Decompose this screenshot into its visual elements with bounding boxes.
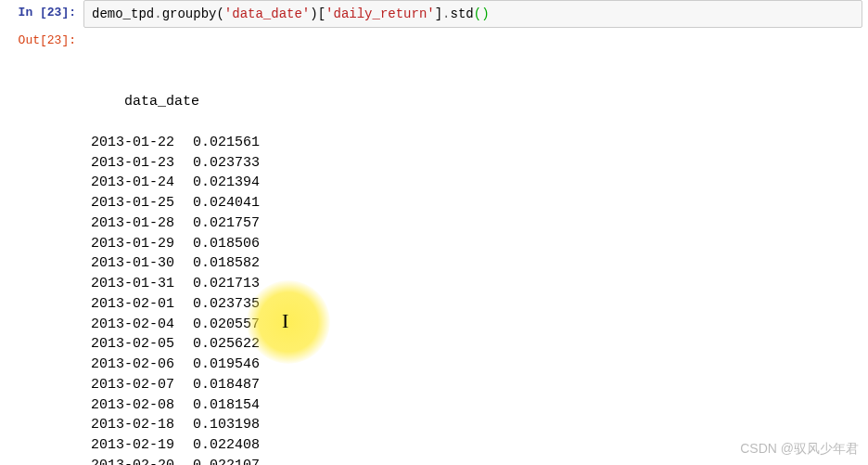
output-row: 2013-02-080.018154: [91, 395, 861, 416]
output-value: 0.024041: [193, 193, 260, 213]
output-cell: Out[23]: I data_date 2013-01-220.0215612…: [0, 28, 868, 465]
output-date: 2013-01-22: [91, 133, 193, 153]
output-date: 2013-02-19: [91, 435, 193, 456]
output-text[interactable]: I data_date 2013-01-220.0215612013-01-23…: [83, 28, 868, 465]
code-paren-close: ): [481, 6, 489, 21]
code-bracket-open: [: [318, 6, 326, 21]
output-date: 2013-02-08: [91, 395, 193, 416]
input-cell: In [23]: demo_tpd.groupby('data_date')['…: [0, 0, 868, 28]
output-value: 0.023733: [193, 153, 260, 174]
output-date: 2013-02-18: [91, 415, 193, 435]
input-prompt: In [23]:: [0, 0, 83, 19]
output-value: 0.021394: [193, 173, 260, 193]
watermark-text: CSDN @驭风少年君: [740, 441, 859, 458]
output-value: 0.020557: [193, 315, 260, 335]
output-row: 2013-01-240.021394: [91, 173, 861, 193]
output-date: 2013-01-29: [91, 234, 193, 254]
output-date: 2013-01-28: [91, 213, 193, 234]
code-dot: .: [154, 6, 161, 21]
output-prompt: Out[23]:: [0, 28, 83, 47]
output-row: 2013-02-050.025622: [91, 334, 861, 355]
output-value: 0.018506: [193, 234, 260, 254]
code-paren-open: (: [216, 6, 223, 21]
output-row: 2013-02-070.018487: [91, 375, 861, 395]
code-input[interactable]: demo_tpd.groupby('data_date')['daily_ret…: [83, 0, 862, 28]
output-date: 2013-02-04: [91, 315, 193, 335]
output-date: 2013-01-31: [91, 274, 193, 294]
output-value: 0.022107: [193, 456, 260, 465]
output-value: 0.018487: [193, 375, 260, 395]
output-row: 2013-02-060.019546: [91, 355, 861, 375]
output-value: 0.022408: [193, 435, 260, 456]
code-method: std: [451, 6, 474, 21]
output-date: 2013-01-24: [91, 173, 193, 193]
output-row: 2013-01-230.023733: [91, 153, 861, 174]
output-value: 0.021713: [193, 274, 260, 294]
code-string: 'daily_return': [326, 6, 435, 21]
code-string: 'data_date': [224, 6, 310, 21]
code-paren-open: (: [474, 6, 481, 21]
output-value: 0.025622: [193, 334, 260, 355]
output-date: 2013-02-05: [91, 334, 193, 355]
output-value: 0.019546: [193, 355, 260, 375]
output-header: data_date: [124, 94, 199, 110]
output-row: 2013-02-040.020557: [91, 315, 861, 335]
code-paren-close: ): [310, 6, 317, 21]
output-date: 2013-02-06: [91, 355, 193, 375]
output-value: 0.018582: [193, 253, 260, 274]
output-date: 2013-01-30: [91, 253, 193, 274]
output-row: 2013-01-310.021713: [91, 274, 861, 294]
code-line: demo_tpd.groupby('data_date')['daily_ret…: [92, 6, 490, 21]
output-row: 2013-01-290.018506: [91, 234, 861, 254]
output-date: 2013-01-25: [91, 193, 193, 213]
output-row: 2013-01-300.018582: [91, 253, 861, 274]
output-date: 2013-02-01: [91, 294, 193, 315]
code-dot: .: [442, 6, 450, 21]
output-date: 2013-02-07: [91, 375, 193, 395]
output-value: 0.021561: [193, 133, 260, 153]
output-row: 2013-02-180.103198: [91, 415, 861, 435]
output-date: 2013-01-23: [91, 153, 193, 174]
output-value: 0.103198: [193, 415, 260, 435]
output-value: 0.021757: [193, 213, 260, 234]
output-value: 0.018154: [193, 395, 260, 416]
output-value: 0.023735: [193, 294, 260, 315]
output-date: 2013-02-20: [91, 456, 193, 465]
output-row: 2013-01-220.021561: [91, 133, 861, 153]
code-variable: demo_tpd: [92, 6, 154, 21]
output-row: 2013-02-010.023735: [91, 294, 861, 315]
output-row: 2013-01-250.024041: [91, 193, 861, 213]
code-bracket-close: ]: [435, 6, 442, 21]
output-row: 2013-01-280.021757: [91, 213, 861, 234]
code-method: groupby: [162, 6, 217, 21]
